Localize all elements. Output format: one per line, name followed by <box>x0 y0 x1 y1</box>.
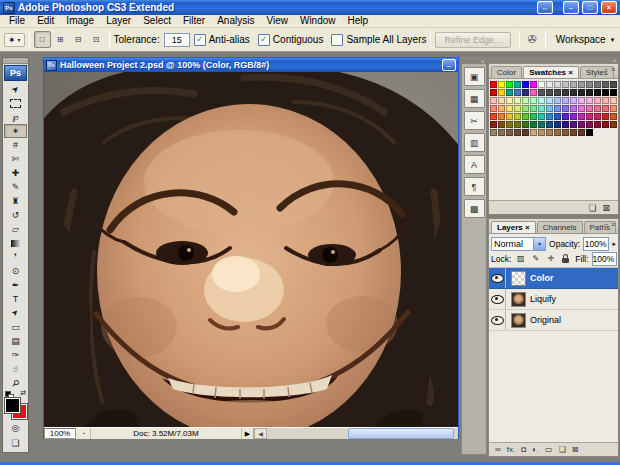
new-layer-icon[interactable]: ❏ <box>559 445 566 454</box>
dodge-tool[interactable]: ⊙ <box>4 264 27 278</box>
color-swatch[interactable] <box>490 129 497 136</box>
navigator-icon[interactable]: ▦ <box>464 89 485 108</box>
color-swatch[interactable] <box>514 129 521 136</box>
color-swatch[interactable] <box>530 81 537 88</box>
color-swatch[interactable] <box>610 81 617 88</box>
lock-pixels-icon[interactable]: ✎ <box>529 252 542 265</box>
layer-row[interactable]: Color <box>489 268 618 289</box>
default-colors-icon[interactable] <box>5 391 12 398</box>
blend-mode-select[interactable]: Normal ▾ <box>491 237 546 251</box>
menu-item[interactable]: Edit <box>31 15 60 27</box>
notes-tool[interactable]: ▤ <box>4 334 27 348</box>
status-timer-icon[interactable]: ◔ <box>76 428 90 439</box>
color-swatch[interactable] <box>586 121 593 128</box>
color-swatch[interactable] <box>490 105 497 112</box>
visibility-cell[interactable] <box>489 289 506 309</box>
color-swatch[interactable] <box>562 89 569 96</box>
panel-minimize-icon[interactable]: − <box>604 66 608 73</box>
color-swatch[interactable] <box>546 89 553 96</box>
color-swatch[interactable] <box>538 113 545 120</box>
layer-mask-icon[interactable]: ◘ <box>521 445 526 454</box>
color-swatch[interactable] <box>546 81 553 88</box>
checkbox-icon[interactable]: ✓ <box>258 34 270 46</box>
crop-tool[interactable]: # <box>4 138 27 152</box>
character-icon[interactable]: A <box>464 155 485 174</box>
color-swatch[interactable] <box>602 113 609 120</box>
color-swatch[interactable] <box>506 105 513 112</box>
history-brush-tool[interactable]: ↺ <box>4 208 27 222</box>
color-swatch[interactable] <box>554 89 561 96</box>
selection-mode-button[interactable]: ⊞ <box>52 31 69 48</box>
history-icon[interactable]: ▣ <box>464 67 485 86</box>
color-swatch[interactable] <box>498 81 505 88</box>
color-swatch[interactable] <box>546 97 553 104</box>
layer-row[interactable]: Liquify <box>489 289 618 310</box>
color-swatch[interactable] <box>586 105 593 112</box>
eye-icon[interactable] <box>491 295 504 304</box>
selection-mode-button[interactable]: □ <box>34 31 51 48</box>
color-swatch[interactable] <box>570 121 577 128</box>
panel-tab[interactable]: Swatches × <box>523 66 579 78</box>
quick-mask-button[interactable]: ◎ <box>4 421 27 434</box>
minimize-button[interactable]: – <box>563 1 579 14</box>
color-swatch[interactable] <box>522 105 529 112</box>
lasso-tool[interactable]: ℘ <box>4 110 27 124</box>
color-swatch[interactable] <box>594 121 601 128</box>
clone-source-icon[interactable]: ▩ <box>464 199 485 218</box>
toolbox-drag-handle[interactable] <box>3 58 28 64</box>
color-swatch[interactable] <box>538 97 545 104</box>
window-titlebar[interactable]: Ps Adobe Photoshop CS3 Extended ↔ – □ ✕ <box>0 0 620 15</box>
color-swatch[interactable] <box>506 129 513 136</box>
dock-collapse-header[interactable]: » <box>462 58 486 64</box>
color-swatch[interactable] <box>498 89 505 96</box>
scrollbar-thumb[interactable] <box>348 428 454 439</box>
menu-item[interactable]: Layer <box>100 15 137 27</box>
color-swatch[interactable] <box>570 113 577 120</box>
tolerance-input[interactable] <box>164 33 190 47</box>
color-swatch[interactable] <box>538 121 545 128</box>
color-swatch[interactable] <box>530 89 537 96</box>
color-swatch[interactable] <box>522 129 529 136</box>
color-swatch[interactable] <box>490 89 497 96</box>
color-swatch[interactable] <box>554 105 561 112</box>
color-swatch[interactable] <box>506 89 513 96</box>
color-swatch[interactable] <box>554 129 561 136</box>
color-swatch[interactable] <box>578 113 585 120</box>
color-swatch[interactable] <box>610 105 617 112</box>
color-swatch[interactable] <box>578 105 585 112</box>
color-swatch[interactable] <box>506 81 513 88</box>
window-extra-button[interactable]: ↔ <box>537 1 553 14</box>
color-swatch[interactable] <box>522 81 529 88</box>
clone-stamp-tool[interactable]: ♜ <box>4 194 27 208</box>
zoom-tool[interactable]: ⚲ <box>4 376 27 390</box>
color-swatch[interactable] <box>578 89 585 96</box>
selection-mode-button[interactable]: ⊡ <box>88 31 105 48</box>
color-swatch[interactable] <box>522 121 529 128</box>
swap-colors-icon[interactable]: ⇄ <box>20 389 26 397</box>
color-swatch[interactable] <box>530 129 537 136</box>
color-swatch[interactable] <box>514 81 521 88</box>
horizontal-scrollbar[interactable]: ◀ <box>253 428 458 439</box>
link-layers-icon[interactable]: ∞ <box>495 445 501 454</box>
layer-name[interactable]: Color <box>530 273 554 283</box>
option-checkbox[interactable]: ✓ Contiguous <box>258 34 324 46</box>
checkbox-icon[interactable]: ✓ <box>331 34 343 46</box>
panel-tab[interactable]: Color <box>491 66 522 78</box>
color-swatch[interactable] <box>602 81 609 88</box>
color-swatch[interactable] <box>586 113 593 120</box>
color-swatch[interactable] <box>562 81 569 88</box>
color-swatch[interactable] <box>498 97 505 104</box>
blur-tool[interactable]: ❜ <box>4 250 27 264</box>
color-swatch[interactable] <box>578 121 585 128</box>
color-swatch[interactable] <box>594 81 601 88</box>
color-swatch[interactable] <box>514 113 521 120</box>
color-swatch[interactable] <box>602 121 609 128</box>
color-swatch[interactable] <box>594 105 601 112</box>
foreground-color-swatch[interactable] <box>5 398 20 413</box>
chevron-down-icon[interactable]: ▾ <box>533 238 545 250</box>
healing-brush-tool[interactable]: ✚ <box>4 166 27 180</box>
color-swatch[interactable] <box>578 129 585 136</box>
layer-thumbnail[interactable] <box>511 271 526 286</box>
color-swatch[interactable] <box>498 121 505 128</box>
adjustment-layer-icon[interactable]: ◐. <box>532 445 539 454</box>
